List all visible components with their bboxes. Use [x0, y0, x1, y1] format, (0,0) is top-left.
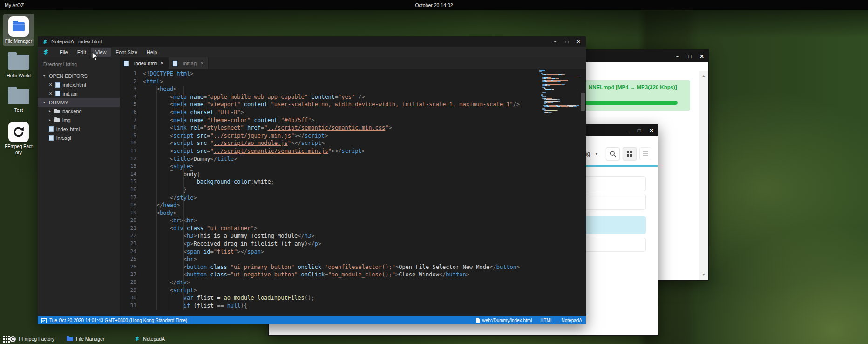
taskbar-item-file-manager[interactable]: File Manager — [67, 336, 104, 342]
menu-help[interactable]: Help — [142, 48, 162, 57]
status-file-path[interactable]: web:/Dummy/index.html — [482, 318, 532, 323]
line-number: 21 — [120, 225, 136, 233]
recycle-arrows-icon — [13, 126, 25, 138]
desktop-icon-hello-world[interactable]: Hello World — [3, 50, 34, 81]
taskbar-item-notepada[interactable]: NotepadA — [134, 336, 165, 343]
desktop-icon-label: Hello World — [4, 73, 33, 79]
desktop-icon-ffmpeg-factory[interactable]: FFmpeg Factory — [3, 119, 34, 158]
close-icon[interactable]: ✕ — [645, 128, 658, 134]
maximize-icon[interactable]: □ — [633, 128, 645, 133]
scrollbar[interactable]: ▲ ▼ — [699, 71, 708, 280]
code-line: 30 var flist = ao_module_loadInputFiles(… — [120, 294, 538, 302]
line-number: 17 — [120, 194, 136, 202]
code-line: 21 <div class="ui container"> — [120, 225, 538, 233]
close-icon[interactable]: ✕ — [49, 91, 53, 96]
code-line: 4 <meta name="apple-mobile-web-app-capab… — [120, 93, 538, 101]
chevron-right-icon[interactable]: ▸ — [49, 118, 54, 122]
menu-view[interactable]: View — [91, 48, 111, 57]
minimize-icon[interactable]: − — [671, 54, 684, 59]
line-number: 24 — [120, 248, 136, 256]
minimap-line — [539, 85, 579, 86]
notepada-statusbar: Tue Oct 20 2020 14:01:43 GMT+0800 (Hong … — [38, 316, 586, 324]
line-number: 10 — [120, 139, 136, 147]
maximize-icon[interactable]: □ — [684, 54, 696, 59]
item-label: backend — [62, 109, 82, 114]
taskbar-items: FFmpeg FactoryFile ManagerNotepadA — [10, 336, 165, 343]
code-line: 11 <script src="../script/semantic/seman… — [120, 147, 538, 155]
scroll-up-icon[interactable]: ▲ — [699, 74, 708, 78]
desktop-icon-test[interactable]: Test — [3, 85, 34, 115]
minimap-line — [539, 77, 579, 78]
minimize-icon[interactable]: − — [549, 39, 561, 44]
minimap-line — [539, 89, 579, 90]
taskbar-item-ffmpeg-factory[interactable]: FFmpeg Factory — [10, 336, 54, 342]
maximize-icon[interactable]: □ — [561, 39, 573, 44]
status-language[interactable]: HTML — [540, 318, 553, 323]
menu-file[interactable]: File — [55, 48, 73, 57]
menu-items: FileEditViewFont SizeHelp — [55, 48, 162, 57]
code-line: 2<html> — [120, 78, 538, 86]
code-line: 15 background-color:white; — [120, 178, 538, 186]
line-number: 30 — [120, 294, 136, 302]
notepada-window-controls: − □ ✕ — [549, 39, 586, 45]
grid-view-icon — [627, 151, 632, 157]
code-line: 9 <script src="../script/jquery.min.js">… — [120, 132, 538, 140]
scroll-down-icon[interactable]: ▼ — [699, 273, 708, 277]
item-label: index.html — [63, 82, 86, 88]
notepada-titlebar[interactable]: NotepadA - index.html − □ ✕ — [38, 36, 586, 47]
tab-init-agi[interactable]: init.agi✕ — [169, 57, 209, 69]
chevron-down-icon: ▾ — [43, 74, 49, 78]
ffmpeg-window-controls: − □ ✕ — [671, 54, 708, 60]
folder-icon — [54, 118, 60, 122]
folder-icon — [8, 55, 29, 70]
minimap-line — [539, 105, 579, 106]
chevron-right-icon[interactable]: ▸ — [49, 109, 54, 113]
minimap-line — [539, 78, 579, 79]
tab-index-html[interactable]: index.html✕ — [120, 57, 169, 69]
chevron-down-icon: ▾ — [43, 100, 49, 104]
menu-edit[interactable]: Edit — [73, 48, 91, 57]
line-number: 16 — [120, 186, 136, 194]
code-line: 6 <meta charset="UTF-8"> — [120, 109, 538, 117]
sidebar-item-index-html[interactable]: index.html — [38, 124, 120, 133]
sidebar-item-img[interactable]: ▸img — [38, 116, 120, 124]
apps-grid-icon[interactable] — [3, 336, 10, 343]
editor-tabs: index.html✕init.agi✕ — [120, 57, 586, 69]
minimap[interactable] — [539, 70, 579, 113]
code-line: 25 <br> — [120, 255, 538, 263]
file-icon — [55, 91, 60, 96]
code-line: 8 <link rel="stylesheet" href="../script… — [120, 124, 538, 132]
line-number: 14 — [120, 171, 136, 179]
close-icon[interactable]: ✕ — [200, 61, 204, 66]
code-line: 16 } — [120, 186, 538, 194]
close-icon[interactable]: ✕ — [573, 39, 584, 45]
file-manager-window-controls: − □ ✕ — [621, 128, 658, 134]
search-button[interactable] — [606, 147, 620, 160]
aroz-brand[interactable]: My ArOZ — [5, 2, 24, 8]
grid-view-button[interactable] — [623, 147, 637, 160]
code-line: 18 </head> — [120, 201, 538, 209]
line-number: 11 — [120, 147, 136, 155]
code-line: 31 if (flist == null){ — [120, 302, 538, 310]
menu-font-size[interactable]: Font Size — [111, 48, 142, 57]
minimap-line — [539, 98, 579, 99]
line-number: 31 — [120, 302, 136, 310]
scrollbar-thumb[interactable] — [581, 93, 585, 111]
close-icon[interactable]: ✕ — [696, 54, 708, 60]
sidebar-section-dummy[interactable]: ▾DUMMY — [38, 98, 120, 107]
sidebar-item-index-html[interactable]: ✕index.html — [38, 80, 120, 89]
code-area[interactable]: 1<!DOCTYPE html>2<html>3 <head>4 <meta n… — [120, 69, 538, 316]
sidebar-item-backend[interactable]: ▸backend — [38, 107, 120, 116]
sidebar-section-open-editors[interactable]: ▾OPEN EDITORS — [38, 71, 120, 80]
sidebar-item-init-agi[interactable]: init.agi — [38, 133, 120, 142]
item-label: init.agi — [56, 135, 71, 141]
close-icon[interactable]: ✕ — [160, 61, 164, 66]
minimize-icon[interactable]: − — [621, 128, 633, 133]
desktop-icon-file-manager[interactable]: File Manager — [3, 14, 34, 46]
close-icon[interactable]: ✕ — [49, 83, 53, 87]
sidebar-item-init-agi[interactable]: ✕init.agi — [38, 89, 120, 98]
list-view-button[interactable] — [639, 147, 651, 160]
minimap-line — [539, 71, 579, 72]
line-number: 29 — [120, 287, 136, 295]
minimap-line — [539, 91, 579, 92]
